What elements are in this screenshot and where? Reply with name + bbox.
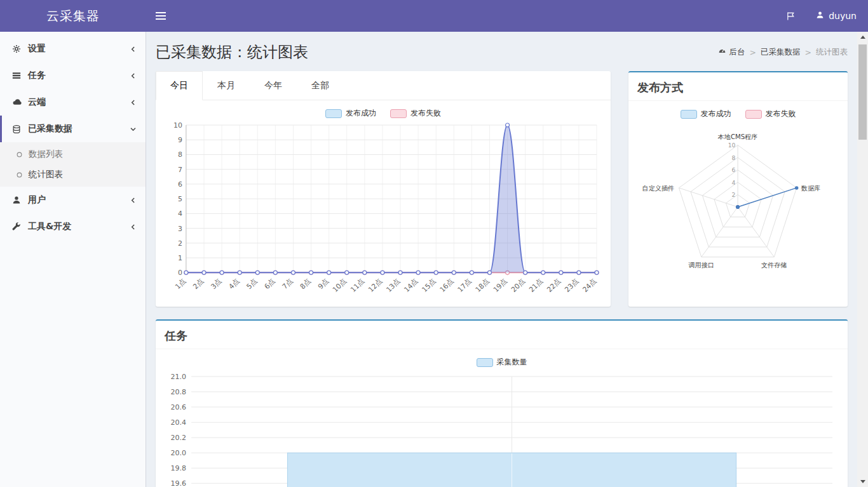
legend-item-publish-success[interactable]: 发布成功 xyxy=(681,109,731,119)
sidebar-subitem-stats-chart[interactable]: 统计图表 xyxy=(0,164,146,185)
svg-text:21.0: 21.0 xyxy=(171,373,187,381)
breadcrumb-label: 后台 xyxy=(729,47,745,58)
chevron-left-icon xyxy=(130,223,137,230)
chevron-left-icon xyxy=(130,46,137,53)
sidebar-item-label: 设置 xyxy=(28,43,46,55)
svg-text:18点: 18点 xyxy=(474,277,491,294)
radar-chart-legend: 发布成功发布失败 xyxy=(637,101,839,121)
sidebar-item-label: 已采集数据 xyxy=(28,123,72,135)
svg-text:21点: 21点 xyxy=(527,277,545,294)
svg-text:20.2: 20.2 xyxy=(171,434,187,442)
legend-label: 发布失败 xyxy=(410,108,441,119)
sidebar-item-users[interactable]: 用户 xyxy=(0,187,146,213)
sidebar-item-settings[interactable]: 设置 xyxy=(0,36,146,62)
breadcrumb: 后台>已采集数据>统计图表 xyxy=(718,47,848,58)
svg-text:22点: 22点 xyxy=(545,277,562,294)
task-chart-card: 任务 采集数量 21.020.820.620.420.220.019.819.6… xyxy=(156,319,848,487)
legend-swatch xyxy=(745,110,762,119)
x-axis-labels: 1点2点3点4点5点6点7点8点9点10点11点12点13点14点15点16点1… xyxy=(173,272,598,294)
sidebar-subitem-data-list[interactable]: 数据列表 xyxy=(0,144,146,164)
breadcrumb-item[interactable]: 后台 xyxy=(718,47,745,58)
flag-icon[interactable] xyxy=(777,0,804,32)
svg-text:20.4: 20.4 xyxy=(171,418,187,427)
svg-text:数据库: 数据库 xyxy=(801,185,820,192)
legend-item-publish-fail[interactable]: 发布失败 xyxy=(745,109,796,119)
tab-month[interactable]: 本月 xyxy=(203,71,250,100)
content-header: 已采集数据：统计图表 后台>已采集数据>统计图表 xyxy=(156,42,848,62)
sidebar: 设置任务云端已采集数据数据列表统计图表用户工具&开发 xyxy=(0,32,146,487)
svg-text:19.8: 19.8 xyxy=(171,464,187,472)
svg-text:4: 4 xyxy=(732,179,736,186)
svg-text:20.8: 20.8 xyxy=(171,388,187,396)
scroll-down-button[interactable] xyxy=(857,476,868,487)
radar-web: 246810 xyxy=(679,142,796,257)
svg-text:20.0: 20.0 xyxy=(171,449,187,457)
tasks-icon xyxy=(11,71,22,80)
svg-text:11点: 11点 xyxy=(349,277,366,294)
scrollbar-thumb[interactable] xyxy=(858,44,867,140)
svg-text:9: 9 xyxy=(178,136,182,144)
database-icon xyxy=(11,124,22,134)
dashboard-icon xyxy=(718,47,726,57)
scroll-up-button[interactable] xyxy=(857,32,868,43)
breadcrumb-label: 统计图表 xyxy=(816,47,848,58)
svg-text:19.6: 19.6 xyxy=(171,480,187,487)
content-area: 已采集数据：统计图表 后台>已采集数据>统计图表 今日本月今年全部 发布成功发布… xyxy=(146,32,857,487)
svg-text:2: 2 xyxy=(732,191,736,198)
task-card-title: 任务 xyxy=(156,321,848,349)
user-icon xyxy=(11,196,22,204)
user-menu[interactable]: duyun xyxy=(804,11,868,21)
svg-text:1点: 1点 xyxy=(173,277,187,291)
bar-series xyxy=(287,453,736,487)
sidebar-item-label: 工具&开发 xyxy=(28,221,71,232)
vertical-scrollbar[interactable] xyxy=(857,32,868,487)
breadcrumb-item: 统计图表 xyxy=(816,47,848,58)
svg-text:5: 5 xyxy=(178,195,182,203)
breadcrumb-item[interactable]: 已采集数据 xyxy=(761,47,801,58)
tab-today[interactable]: 今日 xyxy=(156,71,203,100)
hourly-chart-card: 今日本月今年全部 发布成功发布失败 0123456789101点2点3点4点5点… xyxy=(156,71,611,307)
gridlines: 012345678910 xyxy=(173,121,597,277)
svg-text:10: 10 xyxy=(728,142,736,149)
legend-label: 发布成功 xyxy=(701,109,731,119)
sidebar-item-collected-data[interactable]: 已采集数据 xyxy=(0,116,146,142)
hourly-publish-chart[interactable]: 0123456789101点2点3点4点5点6点7点8点9点10点11点12点1… xyxy=(165,120,602,300)
svg-text:7: 7 xyxy=(178,166,182,174)
svg-text:本地CMS程序: 本地CMS程序 xyxy=(717,133,758,140)
legend-swatch xyxy=(681,110,697,119)
legend-item-publish-fail[interactable]: 发布失败 xyxy=(390,108,441,119)
line-chart-legend: 发布成功发布失败 xyxy=(165,100,602,120)
svg-text:23点: 23点 xyxy=(563,277,580,294)
svg-text:0: 0 xyxy=(178,269,182,277)
svg-text:15点: 15点 xyxy=(421,277,438,294)
navbar-right: duyun xyxy=(777,0,868,32)
person-icon xyxy=(816,11,824,21)
page-title: 已采集数据：统计图表 xyxy=(156,42,308,62)
legend-swatch xyxy=(390,109,407,118)
chart-period-tabs: 今日本月今年全部 xyxy=(156,71,611,100)
legend-label: 发布失败 xyxy=(766,109,796,119)
svg-text:12点: 12点 xyxy=(367,277,384,294)
svg-text:6点: 6点 xyxy=(263,277,277,291)
tab-year[interactable]: 今年 xyxy=(250,71,297,100)
svg-text:13点: 13点 xyxy=(384,277,402,294)
legend-item-publish-success[interactable]: 发布成功 xyxy=(325,108,376,119)
tab-all[interactable]: 全部 xyxy=(297,71,344,100)
sidebar-toggle-button[interactable] xyxy=(146,0,175,32)
breadcrumb-separator: > xyxy=(805,48,811,57)
svg-text:14点: 14点 xyxy=(402,277,419,294)
publish-method-radar-chart[interactable]: 246810本地CMS程序数据库文件存储调用接口自定义插件 xyxy=(637,121,839,284)
svg-text:20点: 20点 xyxy=(510,277,527,294)
svg-text:自定义插件: 自定义插件 xyxy=(642,185,674,192)
svg-text:19点: 19点 xyxy=(492,277,509,294)
svg-text:5点: 5点 xyxy=(245,277,259,291)
legend-item-collect-count[interactable]: 采集数量 xyxy=(477,357,527,368)
sidebar-item-label: 任务 xyxy=(28,70,46,81)
sidebar-item-tasks[interactable]: 任务 xyxy=(0,62,146,89)
app-brand[interactable]: 云采集器 xyxy=(0,0,146,32)
charts-row: 今日本月今年全部 发布成功发布失败 0123456789101点2点3点4点5点… xyxy=(156,71,848,307)
bar-chart-legend: 采集数量 xyxy=(165,349,839,369)
sidebar-item-cloud[interactable]: 云端 xyxy=(0,89,146,116)
task-count-bar-chart[interactable]: 21.020.820.620.420.220.019.819.619.4 xyxy=(165,369,839,487)
sidebar-item-tools-dev[interactable]: 工具&开发 xyxy=(0,213,146,240)
